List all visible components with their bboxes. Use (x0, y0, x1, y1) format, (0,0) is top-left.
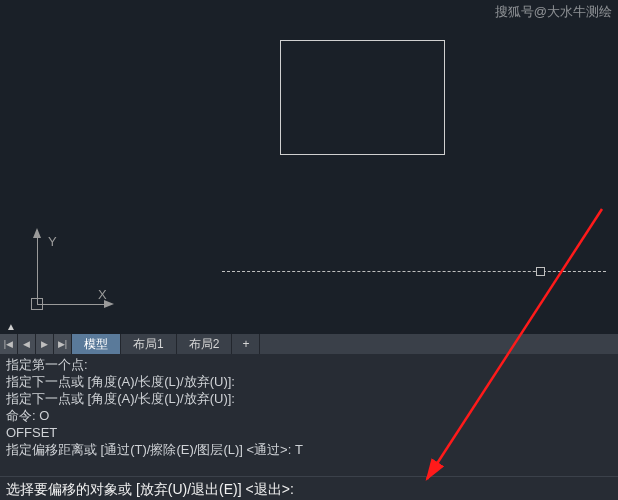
nav-last-icon[interactable]: ▶| (54, 334, 72, 354)
cmd-line-4: OFFSET (6, 424, 612, 441)
command-history[interactable]: 指定第一个点: 指定下一点或 [角度(A)/长度(L)/放弃(U)]: 指定下一… (0, 354, 618, 476)
ucs-x-label: X (98, 287, 107, 302)
tracking-line (222, 271, 606, 272)
command-collapse-toggle[interactable]: ▲ (4, 321, 18, 333)
cmd-line-3: 命令: O (6, 407, 612, 424)
cmd-line-1: 指定下一点或 [角度(A)/长度(L)/放弃(U)]: (6, 373, 612, 390)
layout-tab-bar: |◀ ◀ ▶ ▶| 模型 布局1 布局2 + (0, 334, 618, 354)
cmd-line-2: 指定下一点或 [角度(A)/长度(L)/放弃(U)]: (6, 390, 612, 407)
cmd-line-5: 指定偏移距离或 [通过(T)/擦除(E)/图层(L)] <通过>: T (6, 441, 612, 458)
drawing-viewport[interactable]: Y X (0, 0, 618, 321)
cmd-line-0: 指定第一个点: (6, 356, 612, 373)
command-prompt: 选择要偏移的对象或 [放弃(U)/退出(E)] <退出>: (6, 481, 294, 497)
ucs-y-label: Y (48, 234, 57, 249)
rectangle-entity[interactable] (280, 40, 445, 155)
tab-layout2[interactable]: 布局2 (177, 334, 233, 354)
nav-prev-icon[interactable]: ◀ (18, 334, 36, 354)
tracking-grip[interactable] (536, 267, 545, 276)
command-input[interactable]: 选择要偏移的对象或 [放弃(U)/退出(E)] <退出>: (0, 476, 618, 500)
tab-add[interactable]: + (232, 334, 260, 354)
ucs-icon: Y X (18, 230, 108, 320)
nav-first-icon[interactable]: |◀ (0, 334, 18, 354)
watermark: 搜狐号@大水牛测绘 (495, 3, 612, 21)
nav-next-icon[interactable]: ▶ (36, 334, 54, 354)
tab-model[interactable]: 模型 (72, 334, 121, 354)
tab-layout1[interactable]: 布局1 (121, 334, 177, 354)
